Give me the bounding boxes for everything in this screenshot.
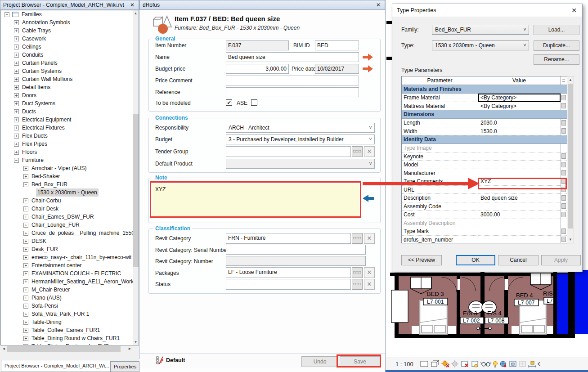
associate-parameter-button[interactable] <box>561 128 566 134</box>
tree-item-families[interactable]: −Families <box>1 10 139 18</box>
tree-item-ducts[interactable]: +Ducts <box>1 108 139 116</box>
serial-number-field[interactable] <box>226 245 366 255</box>
ok-button[interactable]: OK <box>456 255 495 265</box>
close-icon[interactable]: ✕ <box>570 7 578 14</box>
reveal-constraints-icon[interactable] <box>529 361 536 368</box>
cancel-button[interactable]: Cancel <box>498 255 539 265</box>
close-icon[interactable]: ✕ <box>129 2 136 8</box>
tree-item-cruce-de-poleas-pulling-machine-1550[interactable]: +Cruce_de_poleas__Pulling_machine_1550 <box>1 229 139 237</box>
expand-icon[interactable]: + <box>14 77 19 82</box>
expand-icon[interactable]: + <box>23 215 28 220</box>
close-icon[interactable]: ✕ <box>375 2 382 8</box>
associate-parameter-button[interactable] <box>561 170 566 175</box>
expand-icon[interactable]: + <box>14 20 19 25</box>
packages-field[interactable]: LF - Loose Furniture <box>226 267 351 278</box>
associate-parameter-button[interactable] <box>561 95 566 100</box>
expand-icon[interactable]: + <box>14 134 19 139</box>
expand-icon[interactable]: + <box>23 304 28 309</box>
detail-level-icon[interactable] <box>421 361 428 367</box>
tab-properties[interactable]: Properties <box>110 361 139 372</box>
status-field[interactable] <box>226 279 351 290</box>
tree-item-label[interactable]: Electrical Equipment <box>22 116 71 124</box>
tree-item-label[interactable]: HermanMiller_Seating_AE11_Aeron_Work <box>31 278 134 286</box>
tree-item-label[interactable]: Table-Dining <box>31 318 62 326</box>
tab-project-browser[interactable]: Project Browser - Complex_Model_ARCH_Wi.… <box>1 360 110 372</box>
tree-item-label[interactable]: Duct Systems <box>22 99 55 108</box>
tree-item-electrical-equipment[interactable]: +Electrical Equipment <box>1 116 139 124</box>
floor-plan[interactable]: BED 3 L7-001 E/S 3 L7-002 E/S 4 L7-008 B… <box>386 268 588 359</box>
tree-item-examination-couch-electric[interactable]: +EXAMINATION COUCH - ELECTRIC <box>1 269 139 278</box>
tree-item-label[interactable]: Conduits <box>22 51 43 59</box>
scroll-up-icon[interactable]: ▲ <box>133 11 139 15</box>
tree-item-sofa-vitra-park-fur-1[interactable]: +Sofa_Vitra_Park_FUR 1 <box>1 310 139 318</box>
sun-path-icon[interactable] <box>441 360 449 367</box>
tree-item-label[interactable]: Flex Pipes <box>22 140 47 148</box>
undo-button[interactable]: Undo <box>301 356 338 367</box>
collapse-icon[interactable]: − <box>4 12 9 17</box>
tender-group-clear-button[interactable]: ✕ <box>364 146 375 157</box>
expand-icon[interactable]: + <box>14 109 19 114</box>
expand-icon[interactable]: + <box>14 45 19 49</box>
parameter-group-header[interactable]: Materials and Finishes∧ <box>402 85 574 94</box>
tree-item-label[interactable]: EXAMINATION COUCH - ELECTRIC <box>31 269 121 278</box>
tree-item-label[interactable]: Curtain Systems <box>22 67 62 75</box>
expand-icon[interactable]: + <box>23 271 28 276</box>
tree-item-piano-aus[interactable]: +Piano (AUS) <box>1 294 139 302</box>
parameter-value[interactable]: <By Category> <box>478 102 561 111</box>
parameter-group-header[interactable]: Dimensions∧ <box>402 110 574 119</box>
tree-item-label[interactable]: Chair_Lounge_FUR <box>31 221 80 229</box>
status-clear-button[interactable]: ✕ <box>364 279 375 290</box>
associate-parameter-button[interactable] <box>561 212 566 217</box>
preview-button[interactable]: << Preview <box>401 255 442 265</box>
tree-item-table-dining-round-w-chairs-fur1[interactable]: +Table_Dining Round w Chairs_FUR1 <box>1 334 139 342</box>
name-field[interactable]: Bed queen size <box>226 52 359 62</box>
tender-group-browse-button[interactable]: □□□ <box>352 146 363 157</box>
expand-icon[interactable]: + <box>23 239 28 244</box>
expand-icon[interactable]: + <box>14 125 19 130</box>
expand-icon[interactable]: + <box>23 206 28 211</box>
parameter-value[interactable] <box>478 169 561 178</box>
item-number-field[interactable]: F.037 <box>226 40 289 50</box>
tree-item-label[interactable]: Flex Ducts <box>22 132 48 140</box>
apply-button[interactable]: Apply <box>541 255 581 265</box>
tree-item-flex-ducts[interactable]: +Flex Ducts <box>1 132 139 140</box>
scrollbar-thumb[interactable] <box>568 84 573 229</box>
crop-region-icon[interactable] <box>472 361 478 367</box>
tree-item-table-dining-rectangular-fur[interactable]: +Table_Dining_Rectangular_FUR <box>1 342 139 345</box>
ase-checkbox[interactable] <box>251 99 257 106</box>
collapse-icon[interactable]: − <box>14 158 19 163</box>
tree-item-label[interactable]: DESK <box>31 237 46 245</box>
scroll-down-icon[interactable]: ▼ <box>133 340 139 344</box>
scroll-left-icon[interactable]: ◄ <box>0 345 7 352</box>
tree-item-label[interactable]: Table_Coffee_Eames_FUR1 <box>31 326 100 334</box>
tree-item-label[interactable]: Table_Dining_Rectangular_FUR <box>31 342 109 345</box>
expand-icon[interactable]: + <box>14 61 19 66</box>
tree-item-label[interactable]: Bed_Box_FUR <box>31 180 67 188</box>
tree-item-label[interactable]: Entertainment center <box>31 261 81 269</box>
tree-item-label[interactable]: Table_Dining Round w Chairs_FUR1 <box>31 334 120 342</box>
tree-item-label[interactable]: Cruce_de_poleas__Pulling_machine_1550 <box>31 229 135 237</box>
responsibility-select[interactable]: ARCH - Architect <box>226 123 375 133</box>
parameter-value[interactable]: 1530.0 <box>478 127 561 136</box>
revit-category-clear-button[interactable]: ✕ <box>364 233 375 244</box>
rename-button[interactable]: Rename... <box>534 54 579 65</box>
expand-icon[interactable]: + <box>14 101 19 106</box>
tree-item-label[interactable]: Armchair - Viper (AUS) <box>31 164 86 172</box>
associate-parameter-button[interactable] <box>561 229 566 234</box>
associate-parameter-button[interactable] <box>561 203 566 209</box>
tree-item-label[interactable]: Electrical Fixtures <box>22 124 65 132</box>
tree-item-bed-box-fur[interactable]: −Bed_Box_FUR <box>1 180 139 188</box>
expand-icon[interactable]: + <box>23 328 28 333</box>
associate-parameter-button[interactable] <box>561 162 566 167</box>
note-textarea[interactable]: XYZ <box>153 184 359 216</box>
tree-item-label[interactable]: Sofa-Pensi <box>31 302 58 310</box>
parameter-value[interactable] <box>478 236 561 244</box>
associate-parameter-button[interactable] <box>561 153 566 159</box>
parameter-group-header[interactable]: Identity Data∧ <box>402 135 574 144</box>
associate-parameter-button[interactable] <box>561 179 566 184</box>
tree-item-label[interactable]: Piano (AUS) <box>31 294 62 302</box>
view-scale[interactable]: 1 : 100 <box>395 361 413 368</box>
expand-icon[interactable]: + <box>23 223 28 228</box>
tree-item-detail-items[interactable]: +Detail Items <box>1 83 139 91</box>
duplicate-button[interactable]: Duplicate... <box>534 40 579 51</box>
